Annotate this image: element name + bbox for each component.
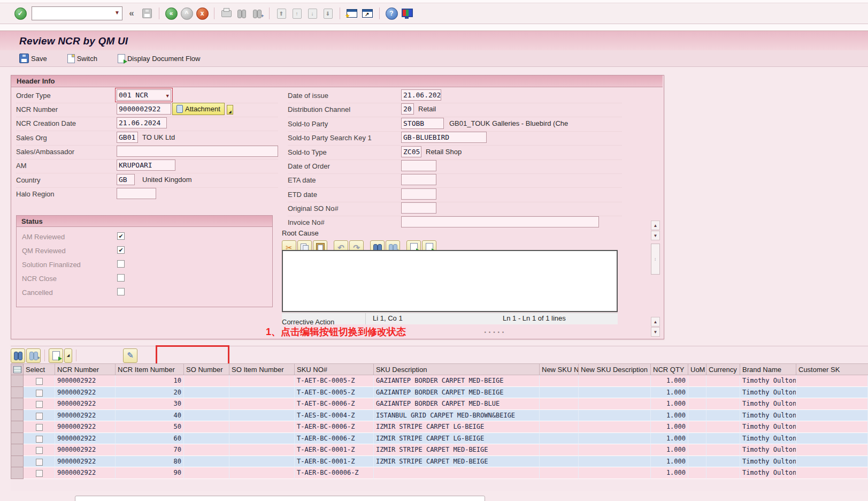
status-checkbox[interactable] bbox=[117, 288, 125, 295]
exit-button[interactable]: ^ bbox=[180, 7, 193, 20]
col-new-sku-description[interactable]: New SKU Description bbox=[579, 363, 651, 375]
col-currency[interactable]: Currency bbox=[706, 363, 740, 375]
select-all-corner[interactable] bbox=[11, 363, 24, 375]
col-customer-sku[interactable]: Customer SK bbox=[796, 363, 868, 375]
scrollbar-thumb[interactable]: ⁞ bbox=[651, 244, 660, 275]
splitter-grip[interactable]: ····· bbox=[484, 328, 506, 337]
print-button[interactable] bbox=[220, 7, 233, 20]
row-selector[interactable] bbox=[11, 467, 24, 479]
next-page-button[interactable]: ↓ bbox=[306, 7, 319, 20]
am-field[interactable]: KRUPOARI bbox=[117, 160, 175, 171]
table-cell: 20 bbox=[116, 387, 184, 399]
eta-date-field[interactable] bbox=[401, 174, 436, 185]
row-checkbox[interactable] bbox=[36, 390, 43, 397]
sold-to-party-field[interactable]: STOBB bbox=[401, 118, 444, 129]
sales-org-field[interactable]: GB01 bbox=[117, 132, 138, 143]
status-checkbox[interactable]: ✔ bbox=[117, 232, 125, 240]
row-selector[interactable] bbox=[11, 433, 24, 445]
command-input[interactable] bbox=[33, 8, 110, 19]
table-find-next-button[interactable]: + bbox=[26, 348, 41, 363]
date-of-issue-field[interactable]: 21.06.2024 bbox=[401, 89, 441, 101]
status-checkbox[interactable] bbox=[117, 274, 125, 282]
scroll-down-button[interactable]: ▼ bbox=[651, 231, 660, 240]
row-selector[interactable] bbox=[11, 387, 24, 399]
row-checkbox[interactable] bbox=[36, 413, 43, 420]
col-sku-no[interactable]: SKU NO# bbox=[295, 363, 374, 375]
enter-check-button[interactable]: ✓ bbox=[14, 7, 27, 20]
invoice-no-field[interactable] bbox=[401, 216, 599, 227]
table-export-button[interactable] bbox=[49, 348, 63, 363]
col-so-number[interactable]: SO Number bbox=[184, 363, 229, 375]
order-type-select[interactable]: 001 NCR ▼ bbox=[117, 89, 171, 101]
col-uom[interactable]: UoM bbox=[688, 363, 706, 375]
row-checkbox[interactable] bbox=[36, 447, 43, 454]
switch-button[interactable]: Switch bbox=[64, 54, 101, 64]
scroll-down-button[interactable]: ▼ bbox=[651, 327, 660, 337]
row-checkbox[interactable] bbox=[36, 401, 43, 408]
col-ncr-qty[interactable]: NCR QTY bbox=[651, 363, 688, 375]
attachment-menu-button[interactable]: ◢ bbox=[227, 105, 233, 115]
row-checkbox[interactable] bbox=[36, 424, 43, 431]
original-so-no-field[interactable] bbox=[401, 202, 436, 214]
create-shortcut-button[interactable]: ↗ bbox=[361, 7, 374, 20]
new-session-button[interactable]: ★ bbox=[345, 7, 358, 20]
ncr-number-field[interactable]: 9000002922 bbox=[117, 103, 171, 115]
col-new-sku-no[interactable]: New SKU NO# bbox=[540, 363, 579, 375]
row-checkbox[interactable] bbox=[36, 459, 43, 466]
collapse-toolbar-button[interactable]: « bbox=[125, 7, 138, 20]
table-find-button[interactable] bbox=[11, 348, 25, 363]
etd-date-field[interactable] bbox=[401, 188, 436, 200]
row-selector[interactable] bbox=[11, 421, 24, 433]
scroll-up-button[interactable]: ▲ bbox=[651, 221, 660, 230]
row-checkbox[interactable] bbox=[36, 436, 43, 443]
first-page-button[interactable]: ⇑ bbox=[275, 7, 288, 20]
sales-ambassador-field[interactable] bbox=[117, 146, 278, 157]
save-toolbar-button[interactable] bbox=[141, 7, 153, 20]
previous-page-button[interactable]: ↑ bbox=[290, 7, 303, 20]
col-brand-name[interactable]: Brand Name bbox=[740, 363, 796, 375]
table-cell bbox=[688, 410, 706, 422]
cancel-button[interactable]: x bbox=[196, 7, 209, 20]
row-checkbox[interactable] bbox=[36, 470, 43, 477]
country-field[interactable]: GB bbox=[117, 174, 135, 185]
save-button[interactable]: Save bbox=[16, 53, 50, 64]
row-selector[interactable] bbox=[11, 444, 24, 456]
row-selector[interactable] bbox=[11, 398, 24, 410]
sold-to-type-field[interactable]: ZC05 bbox=[401, 146, 421, 157]
command-field[interactable]: ▼ bbox=[32, 6, 122, 20]
col-ncr-number[interactable]: NCR Number bbox=[55, 363, 116, 375]
find-next-button[interactable]: + bbox=[251, 7, 264, 20]
scroll-up-button[interactable]: ▲ bbox=[651, 317, 660, 327]
attachment-button[interactable]: Attachment bbox=[172, 103, 225, 115]
chevron-down-icon[interactable]: ▼ bbox=[166, 93, 169, 98]
status-checkbox[interactable] bbox=[117, 260, 125, 268]
command-dropdown-icon[interactable]: ▼ bbox=[114, 10, 120, 16]
col-sku-description[interactable]: SKU Description bbox=[374, 363, 540, 375]
table-row: 900000292220T-AET-BC-0005-ZGAZIANTEP BOR… bbox=[11, 387, 868, 399]
date-of-order-field[interactable] bbox=[401, 160, 436, 171]
last-page-button[interactable]: ⇓ bbox=[321, 7, 334, 20]
help-button[interactable]: ? bbox=[385, 7, 398, 20]
col-ncr-item-number[interactable]: NCR Item Number bbox=[116, 363, 184, 375]
row-selector[interactable] bbox=[11, 375, 24, 387]
row-selector[interactable] bbox=[11, 410, 24, 422]
export-icon bbox=[52, 351, 60, 360]
col-select[interactable]: Select bbox=[24, 363, 55, 375]
back-button[interactable]: « bbox=[165, 7, 178, 20]
row-selector[interactable] bbox=[11, 456, 24, 468]
status-label: AM Reviewed bbox=[22, 233, 65, 241]
row-checkbox[interactable] bbox=[36, 378, 43, 385]
distribution-channel-field[interactable]: 20 bbox=[401, 103, 414, 115]
halo-region-field[interactable] bbox=[117, 188, 156, 199]
root-cause-textarea[interactable] bbox=[282, 250, 618, 312]
col-so-item-number[interactable]: SO Item Number bbox=[229, 363, 295, 375]
ncr-creation-date-field[interactable]: 21.06.2024 bbox=[117, 117, 167, 128]
customize-layout-icon bbox=[402, 9, 413, 17]
display-document-flow-button[interactable]: Display Document Flow bbox=[114, 54, 204, 64]
table-export-menu-button[interactable]: ◢ bbox=[64, 348, 72, 363]
sold-to-party-search-key-field[interactable]: GB-BLUEBIRD bbox=[401, 132, 487, 143]
customize-layout-button[interactable] bbox=[401, 7, 413, 20]
table-edit-button[interactable]: ✎ bbox=[123, 348, 137, 363]
find-button[interactable] bbox=[235, 7, 248, 20]
status-checkbox[interactable]: ✔ bbox=[117, 246, 125, 254]
